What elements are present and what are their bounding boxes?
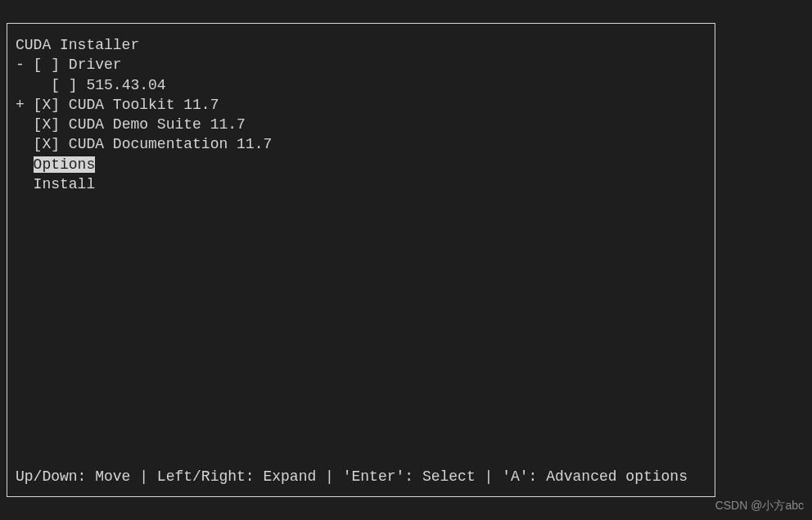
separator: |: [316, 468, 342, 485]
separator: |: [130, 468, 156, 485]
item-label: CUDA Toolkit 11.7: [69, 97, 219, 113]
terminal-frame: CUDA Installer - [ ] Driver [ ] 515.43.0…: [7, 23, 715, 497]
separator: |: [476, 468, 502, 485]
item-label: CUDA Demo Suite 11.7: [69, 116, 246, 133]
help-expand: Left/Right: Expand: [157, 468, 316, 485]
menu-item-install[interactable]: Install: [16, 174, 706, 194]
help-advanced: 'A': Advanced options: [502, 468, 688, 485]
menu-item-driver[interactable]: - [ ] Driver: [16, 55, 706, 75]
tree-prefix: -: [16, 57, 34, 73]
installer-menu: CUDA Installer - [ ] Driver [ ] 515.43.0…: [16, 35, 706, 194]
item-label: Driver: [69, 57, 122, 73]
menu-item-options[interactable]: Options: [16, 155, 706, 174]
item-label: 515.43.04: [86, 77, 165, 93]
menu-item-cuda-demo-suite[interactable]: [X] CUDA Demo Suite 11.7: [16, 115, 706, 134]
tree-prefix: [16, 136, 34, 152]
tree-prefix: [16, 156, 34, 173]
checkbox-unchecked[interactable]: [ ]: [51, 77, 77, 93]
help-move: Up/Down: Move: [16, 468, 130, 485]
checkbox-checked[interactable]: [X]: [34, 136, 60, 152]
checkbox-unchecked[interactable]: [ ]: [34, 57, 60, 73]
checkbox-checked[interactable]: [X]: [34, 116, 60, 133]
menu-item-cuda-toolkit[interactable]: + [X] CUDA Toolkit 11.7: [16, 95, 706, 115]
tree-prefix: [16, 176, 34, 192]
menu-item-cuda-documentation[interactable]: [X] CUDA Documentation 11.7: [16, 134, 706, 154]
tree-prefix: +: [16, 97, 34, 113]
help-select: 'Enter': Select: [343, 468, 476, 485]
tree-prefix: [16, 116, 34, 133]
item-label: Install: [34, 176, 96, 192]
selected-item-label: Options: [34, 156, 96, 173]
tree-prefix: [16, 77, 51, 93]
menu-item-driver-version[interactable]: [ ] 515.43.04: [16, 75, 706, 95]
watermark-text: CSDN @小方abc: [715, 499, 804, 513]
help-footer: Up/Down: Move | Left/Right: Expand | 'En…: [16, 468, 706, 485]
item-label: CUDA Documentation 11.7: [69, 136, 272, 152]
checkbox-checked[interactable]: [X]: [34, 97, 60, 113]
installer-title: CUDA Installer: [16, 35, 706, 55]
